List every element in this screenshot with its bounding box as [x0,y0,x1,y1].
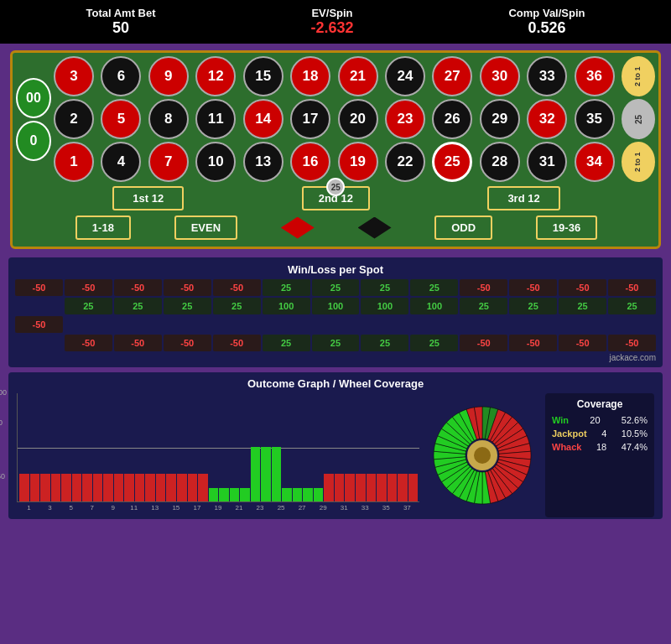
wl-cell-1-6: 100 [312,298,360,314]
num-cell-4[interactable]: 4 [101,142,141,182]
dozen-row: 1st 12 25 2nd 12 3rd 12 [54,182,619,213]
wl-cell-3-8: 25 [410,335,458,351]
num-cell-32[interactable]: 32 [527,99,567,139]
num-cell-6[interactable]: 6 [101,56,141,96]
bar-26 [293,488,303,501]
bar-neg [40,474,50,501]
num-cell-16[interactable]: 16 [290,142,330,182]
num-cell-21[interactable]: 21 [338,56,378,96]
wl-cell-1-0 [15,298,63,314]
winloss-section: Win/Loss per Spot -50-50-50-50-502525252… [8,257,663,367]
bar-36 [398,474,408,501]
wheel-center [474,447,491,464]
wl-cell-3-4: -50 [213,335,261,351]
bar-pos [230,488,240,501]
bar-neg [114,474,124,501]
wl-cell-3-5: 25 [263,335,310,351]
zero-0[interactable]: 0 [16,121,51,161]
num-cell-33[interactable]: 33 [527,56,567,96]
num-cell-29[interactable]: 29 [480,99,520,139]
total-amt-bet-block: Total Amt Bet 50 [86,7,155,37]
bar-neg [19,474,29,501]
num-cell-30[interactable]: 30 [480,56,520,96]
x-label-37: 37 [397,504,418,512]
bar-22 [251,447,261,501]
wl-cell-1-2: 25 [114,298,162,314]
dozen-2nd[interactable]: 25 2nd 12 [302,186,370,210]
num-cell-35[interactable]: 35 [575,99,615,139]
num-cell-12[interactable]: 12 [195,56,236,96]
zero-00[interactable]: 00 [16,78,51,118]
num-cell-18[interactable]: 18 [290,56,330,96]
wl-cell-3-0 [15,335,63,351]
num-cell-20[interactable]: 20 [338,99,378,139]
num-cell-28[interactable]: 28 [480,142,520,182]
total-amt-bet-label: Total Amt Bet [86,7,155,19]
bar-pos [240,488,250,501]
outcome-title: Outcome Graph / Wheel Coverage [17,377,654,390]
total-amt-bet-value: 50 [86,19,155,37]
wl-cell-1-11: 25 [559,298,606,314]
bar-pos [209,488,219,501]
num-cell-22[interactable]: 22 [385,142,425,182]
dozen-chip: 25 [326,178,345,196]
btn-1-18[interactable]: 1-18 [75,216,131,240]
comp-val-block: Comp Val/Spin 0.526 [508,7,585,37]
black-diamond[interactable] [358,217,392,239]
num-cell-10[interactable]: 10 [195,142,236,182]
x-label-19: 19 [207,504,228,512]
red-diamond[interactable] [281,217,315,239]
wl-cell-2-10 [509,316,557,333]
coverage-whack-count: 18 [596,442,606,452]
num-cell-25[interactable]: 25 [432,142,472,182]
ev-spin-label: EV/Spin [310,7,353,19]
num-cell-23[interactable]: 23 [385,99,425,139]
num-cell-3[interactable]: 3 [54,56,94,96]
bar-neg [61,474,71,501]
wl-cell-3-12: -50 [608,335,656,351]
bar-neg [135,474,145,501]
coverage-jackpot-row: Jackpot 4 10.5% [552,428,648,439]
num-cell-8[interactable]: 8 [148,99,189,139]
dozen-3rd[interactable]: 3rd 12 [487,186,559,210]
num-cell-34[interactable]: 34 [575,142,615,182]
coverage-jackpot-count: 4 [601,428,606,439]
bar-30 [335,474,345,501]
comp-val-label: Comp Val/Spin [508,7,585,19]
num-cell-24[interactable]: 24 [385,56,425,96]
bar-neg [188,474,198,501]
bar-pos [314,488,324,501]
btn-odd[interactable]: ODD [434,216,492,240]
wl-cell-3-7: 25 [361,335,408,351]
bar-32 [356,474,366,501]
num-cell-27[interactable]: 27 [432,56,472,96]
wl-cell-0-10: -50 [509,279,557,296]
num-cell-1[interactable]: 1 [54,142,94,182]
num-cell-5[interactable]: 5 [101,99,141,139]
num-cell-11[interactable]: 11 [195,99,236,139]
wl-cell-0-2: -50 [114,279,162,296]
num-cell-7[interactable]: 7 [148,142,189,182]
wl-cell-1-9: 25 [460,298,507,314]
num-cell-9[interactable]: 9 [148,56,189,96]
bar-neg [93,474,103,501]
bar-15 [177,474,187,501]
btn-19-36[interactable]: 19-36 [536,216,597,240]
bar-0 [19,474,29,501]
dozen-1st[interactable]: 1st 12 [112,186,184,210]
num-cell-26[interactable]: 26 [432,99,472,139]
num-cell-13[interactable]: 13 [243,142,283,182]
num-cell-36[interactable]: 36 [575,56,615,96]
bar-pos [282,488,292,501]
num-cell-17[interactable]: 17 [290,99,330,139]
num-cell-19[interactable]: 19 [338,142,378,182]
coverage-title: Coverage [552,398,648,410]
btn-even[interactable]: EVEN [174,216,237,240]
num-cell-31[interactable]: 31 [527,142,567,182]
bar-33 [367,474,377,501]
num-cell-2[interactable]: 2 [54,99,94,139]
num-cell-15[interactable]: 15 [243,56,283,96]
x-label-11: 11 [123,504,144,512]
wl-cell-1-10: 25 [509,298,557,314]
num-cell-14[interactable]: 14 [243,99,283,139]
